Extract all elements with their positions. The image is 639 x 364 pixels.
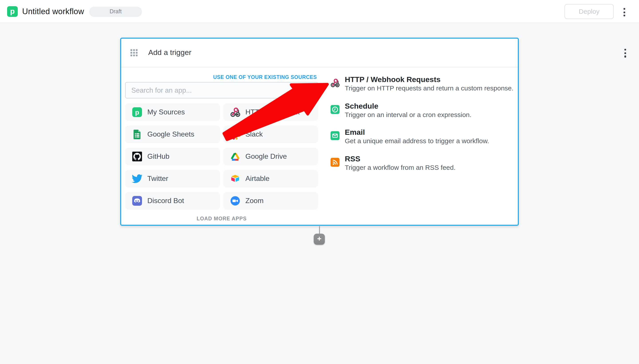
trigger-option-description: Trigger on an interval or a cron express… <box>345 111 471 119</box>
workflow-builder-page: p Untitled workflow Draft Deploy Add a t… <box>0 0 639 364</box>
app-button-google-sheets[interactable]: Google Sheets <box>125 126 220 143</box>
google-sheets-icon <box>132 129 142 140</box>
card-title: Add a trigger <box>148 48 191 57</box>
webhook-icon <box>330 78 340 88</box>
app-button-discord-bot[interactable]: Discord Bot <box>125 192 220 210</box>
google-drive-icon <box>230 151 240 162</box>
app-button-airtable[interactable]: Airtable <box>223 170 318 188</box>
app-label: Zoom <box>245 197 264 205</box>
trigger-option-title: Email <box>345 128 489 137</box>
pipedream-icon: p <box>132 107 142 118</box>
rss-icon <box>330 158 340 167</box>
card-header: Add a trigger <box>121 38 518 68</box>
app-button-http-webhook[interactable]: HTTP / Webhook <box>223 103 318 121</box>
pipedream-logo-icon[interactable]: p <box>7 6 18 17</box>
card-kebab-menu-icon[interactable] <box>623 49 627 58</box>
status-badge: Draft <box>89 7 142 17</box>
existing-sources-link[interactable]: USE ONE OF YOUR EXISTING SOURCES <box>213 74 317 80</box>
app-button-zoom[interactable]: Zoom <box>223 192 318 210</box>
discord-icon <box>132 196 142 206</box>
airtable-icon <box>230 173 240 184</box>
trigger-option-description: Get a unique email address to trigger a … <box>345 137 489 145</box>
trigger-option-description: Trigger on HTTP requests and return a cu… <box>345 84 513 92</box>
app-label: Discord Bot <box>147 197 184 205</box>
app-label: My Sources <box>147 108 185 116</box>
webhook-icon <box>230 107 240 118</box>
trigger-option-email[interactable]: Email Get a unique email address to trig… <box>330 128 489 145</box>
trigger-option-title: Schedule <box>345 102 471 111</box>
app-button-twitter[interactable]: Twitter <box>125 170 220 188</box>
app-button-github[interactable]: GitHub <box>125 148 220 165</box>
svg-text:p: p <box>135 108 139 116</box>
load-more-apps-button[interactable]: LOAD MORE APPS <box>125 216 318 221</box>
trigger-option-rss[interactable]: RSS Trigger a workflow from an RSS feed. <box>330 155 456 172</box>
trigger-option-title: HTTP / Webhook Requests <box>345 75 513 84</box>
app-label: Airtable <box>245 175 269 183</box>
app-button-my-sources[interactable]: p My Sources <box>125 103 220 121</box>
drag-handle-grid-icon[interactable] <box>130 49 138 56</box>
zoom-icon <box>230 196 240 206</box>
topbar-kebab-menu-icon[interactable] <box>621 8 627 16</box>
app-label: Slack <box>245 130 263 138</box>
top-bar: p Untitled workflow Draft Deploy <box>0 0 639 23</box>
step-connector-line <box>319 226 320 234</box>
app-button-slack[interactable]: Slack <box>223 126 318 143</box>
app-label: Google Sheets <box>147 130 194 138</box>
trigger-option-schedule[interactable]: Schedule Trigger on an interval or a cro… <box>330 102 471 119</box>
app-grid: p My Sources HTTP / Webh <box>125 103 318 210</box>
search-input[interactable] <box>125 82 318 98</box>
app-button-google-drive[interactable]: Google Drive <box>223 148 318 165</box>
schedule-icon <box>330 105 340 114</box>
app-label: Google Drive <box>245 152 287 160</box>
email-icon <box>330 131 340 140</box>
twitter-icon <box>132 173 142 184</box>
trigger-option-description: Trigger a workflow from an RSS feed. <box>345 164 456 172</box>
deploy-button[interactable]: Deploy <box>564 4 614 19</box>
add-step-button[interactable]: + <box>314 234 325 245</box>
trigger-option-http-webhook[interactable]: HTTP / Webhook Requests Trigger on HTTP … <box>330 75 513 92</box>
slack-icon <box>230 129 240 140</box>
add-trigger-card: Add a trigger USE ONE OF YOUR EXISTING S… <box>120 38 519 226</box>
app-label: HTTP / Webhook <box>245 108 299 116</box>
github-icon <box>132 151 142 162</box>
app-label: Twitter <box>147 175 168 183</box>
trigger-option-title: RSS <box>345 155 456 164</box>
workflow-title[interactable]: Untitled workflow <box>22 7 84 16</box>
app-label: GitHub <box>147 152 170 160</box>
